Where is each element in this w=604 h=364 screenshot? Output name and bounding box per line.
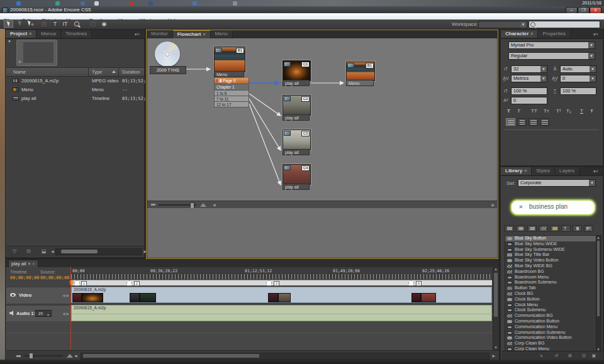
scroll-up-icon[interactable]: ▲ <box>596 236 600 240</box>
align-justify-button[interactable] <box>540 118 549 126</box>
list-item[interactable]: Blue Sky Submenu WIDE <box>505 247 596 253</box>
baseline-shift-field[interactable]: 0 <box>511 97 547 104</box>
disc-label[interactable]: 2009 TYHS <box>150 66 186 74</box>
show-replacement-filter-icon[interactable] <box>584 225 593 232</box>
tab-monitor[interactable]: Monitor <box>147 30 173 38</box>
chapter-marker-icon[interactable] <box>126 280 132 286</box>
menu-button-row[interactable]: 1 to 6 <box>214 91 249 96</box>
horizontal-scrollbar[interactable] <box>81 353 489 360</box>
underline-button[interactable]: T <box>580 108 583 114</box>
source-timecode[interactable]: 00;00;00;00 <box>40 275 69 280</box>
taskbar-icon[interactable] <box>55 1 60 6</box>
chapter-marker-strip[interactable]: 1 2 3 4 <box>71 280 492 285</box>
scroll-down-icon[interactable]: ▼ <box>494 346 498 350</box>
place-icon[interactable]: ➘ <box>539 353 543 358</box>
table-row[interactable]: 20090615_A.m2p MPEG video 03;13;52;23 <box>6 77 144 85</box>
list-item[interactable]: Blue Sky Button <box>505 236 596 241</box>
chapter-marker-number[interactable]: 4 <box>416 281 422 286</box>
leading-select[interactable]: Auto▼ <box>560 65 596 73</box>
search-input[interactable] <box>537 21 600 28</box>
chevron-down-icon[interactable]: ▼ <box>540 75 547 82</box>
trash-icon[interactable]: ⬓ <box>42 249 47 254</box>
tab-styles[interactable]: Styles <box>532 167 555 175</box>
list-item[interactable]: Clock Button <box>505 297 596 302</box>
menu-button-row[interactable]: 7 to 11 <box>214 96 249 102</box>
text-tool-icon[interactable]: T <box>50 20 60 28</box>
filter-icon[interactable]: ▽ <box>13 249 16 254</box>
show-images-filter-icon[interactable] <box>505 225 514 232</box>
close-icon[interactable]: × <box>524 168 527 173</box>
taskbar-icon[interactable] <box>148 1 153 6</box>
close-icon[interactable]: × <box>203 32 205 36</box>
video-track-header[interactable]: Video ◀ ▶ <box>6 287 71 304</box>
font-family-select[interactable]: Myriad Pro▼ <box>508 41 595 49</box>
timeline-node-thumbnail[interactable]: C1 <box>282 60 311 81</box>
scrollbar-thumb[interactable] <box>597 241 600 316</box>
track-nav-icons[interactable]: ◀ ▶ <box>62 293 69 297</box>
menu-node-label[interactable]: Menu <box>214 71 244 77</box>
list-item[interactable]: Boardroom BG <box>505 269 596 275</box>
play-icon[interactable]: ▶ <box>19 59 22 63</box>
show-shapes-filter-icon[interactable] <box>573 225 582 232</box>
font-style-select[interactable]: Regular▼ <box>508 52 595 60</box>
selection-tool-icon[interactable] <box>4 20 13 28</box>
show-text-filter-icon[interactable]: T <box>561 225 571 232</box>
list-item[interactable]: Communication Menu <box>505 324 596 330</box>
column-type[interactable]: Type <box>92 68 102 76</box>
strikethrough-button[interactable]: Ŧ <box>590 108 593 114</box>
set-background-icon[interactable]: ⊡ <box>582 353 586 358</box>
menu-chapter-row[interactable]: Chapter 1 <box>214 84 249 91</box>
node-label[interactable]: Menu <box>346 80 374 86</box>
menu-node-thumbnail[interactable]: B1 <box>214 47 245 72</box>
chapter-marker-icon[interactable] <box>266 280 272 286</box>
eye-icon[interactable] <box>10 293 16 297</box>
show-layersets-filter-icon[interactable] <box>550 225 559 232</box>
list-item[interactable]: Clock Menu <box>505 302 596 308</box>
zoom-in-icon[interactable] <box>200 203 206 207</box>
chapter-marker-number[interactable]: 2 <box>134 281 140 286</box>
node-label[interactable]: play all <box>282 114 310 121</box>
list-item[interactable]: Clock Submenu <box>505 307 596 313</box>
list-item[interactable]: Corp Clean BG <box>505 341 596 346</box>
menu-page-row[interactable]: Page 0 <box>214 78 249 84</box>
node-label[interactable]: play all <box>282 184 310 190</box>
new-item-icon[interactable]: ⊡ <box>26 249 31 254</box>
scroll-right-icon[interactable]: ▶ <box>491 203 495 207</box>
horizontal-scrollbar[interactable]: ◀ ▶ <box>55 248 142 255</box>
project-column-headers[interactable]: Name Type Duration <box>6 67 144 77</box>
scroll-up-icon[interactable]: ▲ <box>494 267 498 272</box>
tab-project[interactable]: Project× <box>6 30 36 38</box>
list-item[interactable]: Communication BG <box>505 313 596 319</box>
kerning-select[interactable]: Metrics▼ <box>511 75 547 82</box>
close-icon[interactable]: × <box>33 262 35 266</box>
scroll-left-icon[interactable]: ◀ <box>74 354 77 358</box>
show-menus-filter-icon[interactable] <box>527 225 537 232</box>
scroll-left-icon[interactable]: ◀ <box>51 250 54 254</box>
tab-timelines[interactable]: Timelines <box>61 30 92 38</box>
list-item[interactable]: Blue Sky Title Bar <box>505 252 596 258</box>
set-select[interactable]: Corporate▼ <box>518 179 596 187</box>
column-duration[interactable]: Duration <box>122 68 140 76</box>
timeline-node-thumbnail[interactable]: C4 <box>282 164 311 185</box>
close-icon[interactable]: × <box>29 31 31 36</box>
disc-icon[interactable] <box>155 41 180 67</box>
flowchart-canvas[interactable]: 2009 TYHS B1 Menu Page 0 Chapter 1 1 to … <box>147 38 497 201</box>
scrollbar-thumb[interactable] <box>61 250 98 253</box>
new-menu-icon[interactable]: ⊞ <box>568 353 572 358</box>
window-titlebar[interactable]: 20090615.ncor - Adobe Encore CS5 – ❐ x <box>0 6 604 13</box>
tab-character[interactable]: Character× <box>501 30 538 38</box>
rotate-tool-icon[interactable]: ◳ <box>39 20 48 28</box>
preview-icon[interactable]: ◉ <box>99 20 109 28</box>
menu-node-thumbnail[interactable]: B1 <box>346 62 375 81</box>
audio-track-header[interactable]: Audio 1: zh ▼ ◀ ▶ <box>6 305 71 323</box>
show-buttons-filter-icon[interactable] <box>516 225 525 232</box>
chevron-down-icon[interactable]: ▼ <box>540 66 547 72</box>
chapter-marker-icon[interactable] <box>408 280 414 286</box>
taskbar-icon[interactable] <box>81 1 85 6</box>
table-row[interactable]: Menu Menu -- <box>6 85 144 94</box>
column-name[interactable]: Name <box>13 68 26 76</box>
tab-flowchart[interactable]: Flowchart× <box>173 30 211 38</box>
zoom-in-icon[interactable] <box>67 354 73 358</box>
zoom-out-icon[interactable] <box>151 204 155 206</box>
tab-layers[interactable]: Layers <box>555 167 579 175</box>
